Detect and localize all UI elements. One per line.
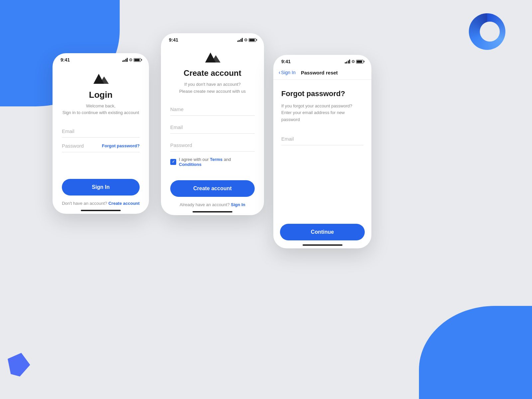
status-time-reset: 9:41: [281, 59, 291, 64]
wifi-icon-reset: ⊙: [351, 59, 355, 64]
wifi-icon-create: ⊙: [244, 38, 247, 42]
password-group-create: [170, 139, 255, 152]
forgot-password-title: Forgot password?: [281, 89, 363, 99]
status-icons-login: ⊙: [122, 58, 141, 62]
continue-button[interactable]: Continue: [280, 224, 365, 240]
name-input[interactable]: [170, 103, 255, 116]
login-subtitle: Welcome back, Sign in to continue with e…: [62, 103, 140, 116]
app-logo-create: [170, 51, 255, 66]
password-placeholder-login: Password: [62, 143, 84, 149]
signal-icon-reset: [345, 60, 350, 64]
sign-in-button[interactable]: Sign In: [62, 179, 140, 196]
email-group-create: [170, 121, 255, 134]
create-account-title: Create account: [170, 68, 255, 78]
battery-icon-reset: [356, 60, 363, 64]
back-label: Sign In: [281, 70, 296, 75]
status-time-create: 9:41: [169, 37, 178, 43]
signal-icon: [122, 58, 128, 62]
email-input-reset[interactable]: [281, 133, 363, 145]
forgot-password-subtitle: If you forgot your account password? Ent…: [281, 103, 363, 123]
wifi-icon: ⊙: [129, 58, 132, 62]
password-input-create[interactable]: [170, 139, 255, 152]
email-group-reset: [281, 133, 363, 145]
status-bar-create: 9:41 ⊙: [161, 33, 264, 45]
bg-decoration-bottom-right: [419, 306, 532, 399]
create-account-subtitle: If you don't have an account? Please cre…: [170, 81, 255, 95]
status-icons-reset: ⊙: [345, 59, 364, 64]
password-group-login: Password Forgot password?: [62, 143, 140, 152]
name-group: [170, 103, 255, 116]
forgot-password-link[interactable]: Forgot password?: [102, 143, 140, 148]
create-account-footer: Don't have an account? Create account: [53, 196, 149, 206]
diamond-decoration: [7, 352, 33, 379]
app-logo-login: [62, 72, 140, 87]
create-account-button[interactable]: Create account: [170, 180, 255, 197]
terms-checkbox[interactable]: [170, 159, 176, 165]
email-group-login: [62, 125, 140, 138]
phone-login: 9:41 ⊙ Login Welcome: [53, 53, 149, 214]
already-account-footer: Already have an account? Sign In: [161, 197, 264, 207]
status-time-login: 9:41: [61, 57, 70, 63]
create-account-link[interactable]: Create account: [108, 201, 140, 206]
terms-row: I agree with our Terms and Conditions: [170, 157, 255, 167]
status-bar-reset: 9:41 ⊙: [273, 55, 371, 67]
continue-spacer: [281, 151, 363, 224]
status-bar-login: 9:41 ⊙: [53, 53, 149, 65]
email-input-login[interactable]: [62, 125, 140, 138]
chevron-left-icon: ‹: [279, 69, 280, 75]
home-indicator-create: [193, 211, 232, 212]
terms-link[interactable]: Terms: [210, 157, 222, 162]
login-title: Login: [62, 90, 140, 100]
conditions-link[interactable]: Conditions: [179, 162, 201, 167]
home-indicator-reset: [303, 244, 342, 246]
sign-in-link-create[interactable]: Sign In: [231, 202, 245, 207]
battery-icon-create: [249, 38, 256, 42]
home-indicator-login: [81, 210, 121, 211]
email-input-create[interactable]: [170, 121, 255, 134]
signal-icon-create: [237, 38, 243, 42]
battery-icon: [134, 58, 141, 62]
nav-bar-reset: ‹ Sign In Password reset: [273, 67, 371, 80]
status-icons-create: ⊙: [237, 38, 256, 42]
phone-reset: 9:41 ⊙ ‹ Sign In Password reset Forgot p…: [273, 55, 371, 248]
ring-decoration: [469, 13, 505, 50]
phone-create: 9:41 ⊙ Create account: [161, 33, 264, 215]
terms-text: I agree with our Terms and Conditions: [179, 157, 255, 167]
nav-title-reset: Password reset: [301, 70, 338, 75]
back-button[interactable]: ‹ Sign In: [279, 69, 296, 75]
